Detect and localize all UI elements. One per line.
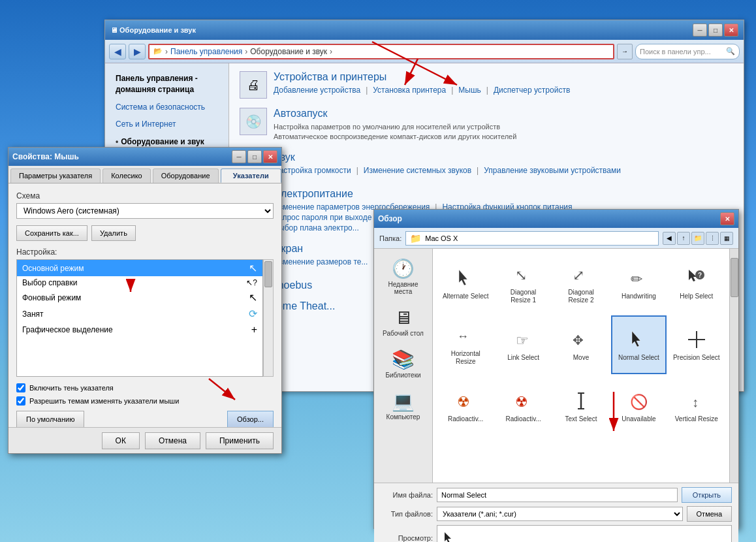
autoplay-content: Автозапуск Настройка параметров по умолч… — [274, 108, 516, 142]
search-box[interactable]: Поиск в панели упр... 🔍 — [635, 44, 740, 59]
sound-title: Звук — [274, 151, 621, 163]
cursor-link-select[interactable]: ☞ Link Select — [496, 315, 550, 374]
bg-label: Фоновый режим — [22, 293, 81, 302]
cursor-diag-resize1[interactable]: ⤡ Diagonal Resize 1 — [496, 254, 550, 313]
checkbox-shadow-row: Включить тень указателя — [16, 383, 274, 392]
address-sep2: › — [245, 47, 247, 56]
shadow-label: Включить тень указателя — [29, 384, 114, 392]
link-select-icon: ☞ — [514, 328, 533, 351]
browse-path[interactable]: 📁 Mac OS X — [405, 231, 659, 246]
filename-row: Имя файла: Открыть — [381, 487, 732, 503]
cursor-vert-resize[interactable]: ↕ Vertical Resize — [669, 377, 724, 436]
settings-item-bg[interactable]: Фоновый режим ↖ — [17, 289, 262, 306]
volume-link[interactable]: Настройка громкости — [274, 166, 351, 175]
cursor-unavailable[interactable]: 🚫 Unavailable — [611, 377, 666, 436]
mouse-link[interactable]: Мышь — [458, 86, 481, 95]
cursor-normal-select[interactable]: Normal Select — [611, 315, 666, 374]
unavailable-label: Unavailable — [622, 415, 655, 423]
theme-checkbox[interactable] — [16, 396, 25, 406]
devices-title: Устройства и принтеры — [274, 71, 570, 83]
filename-input[interactable] — [437, 488, 678, 502]
settings-scrollbar[interactable] — [263, 259, 274, 377]
sidebar-item-home[interactable]: Панель управления - домашняя страница — [110, 70, 223, 99]
delete-schema-button[interactable]: Удалить — [91, 225, 136, 241]
tab-pointer-params[interactable]: Параметры указателя — [10, 168, 101, 183]
back-button[interactable]: ◀ — [109, 44, 126, 59]
filetype-select[interactable]: Указатели (*.ani; *.cur) — [437, 507, 683, 521]
tab-hardware[interactable]: Оборудование — [153, 168, 219, 183]
browse-scrollbar[interactable] — [729, 249, 738, 483]
address-go-button[interactable]: → — [617, 44, 633, 59]
schema-select[interactable]: Windows Aero (системная) — [16, 203, 274, 219]
sidebar-item-system[interactable]: Система и безопасность — [110, 99, 223, 116]
filetype-row: Тип файлов: Указатели (*.ani; *.cur) Отм… — [381, 506, 732, 522]
action-btn-row: По умолчанию Обзор... — [16, 411, 274, 428]
autoplay-desc2: Автоматическое воспроизведение компакт-д… — [274, 132, 516, 142]
device-manager-link[interactable]: Диспетчер устройств — [494, 86, 570, 95]
browse-menu-btn[interactable]: ⋮ — [706, 232, 719, 245]
settings-item-normal[interactable]: Основной режим ↖ — [17, 260, 262, 276]
forward-button[interactable]: ▶ — [129, 44, 146, 59]
default-button[interactable]: По умолчанию — [16, 411, 84, 428]
devices-icon: 🖨 — [240, 71, 267, 99]
apply-button[interactable]: Применить — [206, 432, 274, 449]
open-button[interactable]: Открыть — [682, 487, 732, 503]
mouse-properties-dialog: Свойства: Мышь ─ □ ✕ Параметры указателя… — [8, 147, 282, 454]
sidebar-desktop[interactable]: 🖥 Рабочий стол — [377, 303, 430, 341]
cursor-move[interactable]: ✥ Move — [554, 315, 608, 374]
shadow-checkbox[interactable] — [16, 383, 25, 392]
install-printer-link[interactable]: Установка принтера — [373, 86, 446, 95]
browse-cancel-button[interactable]: Отмена — [687, 506, 732, 522]
address-box[interactable]: 📂 › Панель управления › Оборудование и з… — [148, 44, 614, 59]
link-select-label: Link Select — [507, 354, 539, 362]
add-device-link[interactable]: Добавление устройства — [274, 86, 360, 95]
sounds-link[interactable]: Изменение системных звуков — [364, 166, 471, 175]
browse-view-toggle[interactable]: ▦ — [720, 232, 733, 245]
browse-close-btn[interactable]: ✕ — [720, 212, 734, 225]
svg-text:↔: ↔ — [457, 330, 469, 343]
browse-title: Обзор — [378, 214, 402, 223]
plan-link[interactable]: Выбор плана электро... — [274, 223, 359, 232]
cancel-button[interactable]: Отмена — [145, 432, 200, 449]
sidebar-item-network[interactable]: Сеть и Интернет — [110, 116, 223, 133]
cursor-diag-resize2[interactable]: ⤢ Diagonal Resize 2 — [554, 254, 608, 313]
mouse-close-btn[interactable]: ✕ — [263, 150, 277, 163]
cp-win-controls: ─ □ ✕ — [693, 24, 738, 37]
audio-link[interactable]: Управление звуковыми устройствами — [484, 166, 621, 175]
diag-resize2-icon: ⤢ — [571, 263, 591, 286]
autoplay-desc1: Настройка параметров по умолчанию для но… — [274, 122, 516, 132]
computer-label: Компьютер — [386, 413, 420, 421]
cursor-text-select[interactable]: Text Select — [554, 377, 608, 436]
settings-item-busy[interactable]: Занят ⟳ — [17, 306, 262, 322]
resize-link[interactable]: Изменение размеров те... — [274, 257, 368, 266]
cursor-handwriting[interactable]: ✏ Handwriting — [611, 254, 666, 313]
mouse-maximize-btn[interactable]: □ — [247, 150, 262, 163]
cursor-horiz-resize[interactable]: ↔ Horizontal Resize — [438, 315, 493, 374]
tab-pointers[interactable]: Указатели — [221, 168, 281, 183]
cursor-precision-select[interactable]: Precision Select — [669, 315, 724, 374]
section-autoplay: 💿 Автозапуск Настройка параметров по умо… — [240, 108, 733, 142]
sidebar-computer[interactable]: 💻 Компьютер — [377, 387, 430, 424]
cursor-help-select[interactable]: ? Help Select — [669, 254, 724, 313]
cursor-alt-select[interactable]: Alternate Select — [438, 254, 493, 313]
minimize-button[interactable]: ─ — [693, 24, 707, 37]
maximize-button[interactable]: □ — [708, 24, 723, 37]
tab-wheel[interactable]: Колесико — [102, 168, 151, 183]
sidebar-recent[interactable]: 🕐 Недавние места — [377, 254, 430, 299]
browse-footer: Имя файла: Открыть Тип файлов: Указатели… — [374, 483, 738, 542]
settings-item-graphic[interactable]: Графическое выделение + — [17, 322, 262, 338]
ok-button[interactable]: ОК — [102, 432, 140, 449]
browse-button[interactable]: Обзор... — [227, 411, 274, 428]
radioactiv1-icon: ☢ — [456, 389, 475, 413]
close-button[interactable]: ✕ — [724, 24, 738, 37]
browse-new-folder-btn[interactable]: 📁 — [691, 232, 704, 245]
mouse-minimize-btn[interactable]: ─ — [232, 150, 246, 163]
save-schema-button[interactable]: Сохранить как... — [16, 225, 87, 241]
browse-up-btn[interactable]: ↑ — [677, 232, 690, 245]
sidebar-library[interactable]: 📚 Библиотеки — [377, 345, 430, 383]
checkbox-theme-row: Разрешить темам изменять указатели мыши — [16, 396, 274, 406]
cursor-radioactiv2[interactable]: ☢ Radioactiv... — [496, 377, 550, 436]
browse-back-btn[interactable]: ◀ — [663, 232, 676, 245]
cursor-radioactiv1[interactable]: ☢ Radioactiv... — [438, 377, 493, 436]
settings-item-help[interactable]: Выбор справки ↖? — [17, 276, 262, 289]
